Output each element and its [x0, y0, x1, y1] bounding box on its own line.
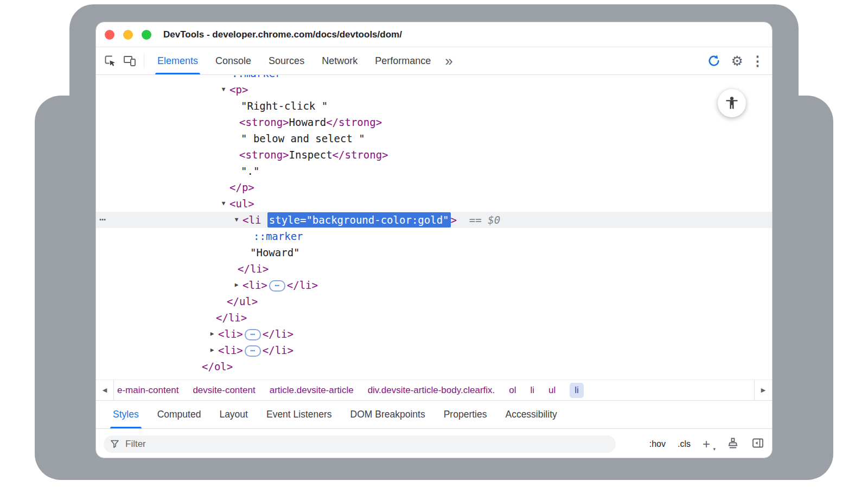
breadcrumb-scroll-right-button[interactable]: ▶ [754, 380, 772, 400]
close-window-button[interactable] [105, 30, 114, 40]
dom-token-pseudo: ::marker [232, 75, 282, 79]
dom-tree-row[interactable]: </p> [96, 179, 772, 195]
toggle-sidebar-button[interactable] [751, 437, 764, 452]
filter-input[interactable] [124, 438, 609, 450]
dom-token-tag: </li> [263, 344, 293, 356]
dom-token-text: "Right-click " [241, 100, 328, 112]
dom-token-tag: </li> [216, 312, 247, 324]
collapse-arrow-icon[interactable]: ▼ [219, 81, 228, 98]
inspect-element-button[interactable] [100, 51, 120, 71]
dom-tree-row[interactable]: "." [96, 163, 772, 179]
dom-token-text: "." [241, 165, 259, 177]
expand-arrow-icon[interactable]: ▶ [207, 326, 217, 342]
breadcrumb-item-div-devsite-article-body-clearfix[interactable]: div.devsite-article-body.clearfix. [368, 385, 495, 396]
plus-caret-icon: ▾ [713, 447, 716, 452]
expand-arrow-icon[interactable]: ▶ [207, 342, 217, 358]
breadcrumb-item-e-main-content[interactable]: e-main-content [117, 385, 178, 396]
plus-icon: + [703, 437, 710, 451]
dom-tree-row[interactable]: <strong>Inspect</strong> [96, 147, 772, 163]
dom-tree-row[interactable]: "Howard" [96, 244, 772, 261]
expand-arrow-icon[interactable]: ▶ [232, 277, 241, 293]
toolbar-separator [144, 54, 144, 68]
tab-elements[interactable]: Elements [149, 47, 207, 74]
styles-tab-layout[interactable]: Layout [210, 401, 257, 428]
dom-tree-row[interactable]: <strong>Howard</strong> [96, 114, 772, 130]
breadcrumb-item-ol[interactable]: ol [509, 385, 516, 396]
toggle-device-toolbar-button[interactable] [120, 51, 139, 71]
dom-tree-row[interactable]: ::marker [96, 75, 772, 81]
breadcrumb-item-article-devsite-article[interactable]: article.devsite-article [270, 385, 354, 396]
styles-tab-properties[interactable]: Properties [435, 401, 496, 428]
collapsed-content-icon[interactable]: ⋯ [269, 280, 285, 292]
dom-token-eq: == [469, 214, 482, 226]
more-tabs-button[interactable]: » [439, 54, 458, 68]
dom-tree-row[interactable]: ▼<p> [96, 81, 772, 98]
dom-token-tag: > [451, 214, 457, 226]
accessibility-button[interactable] [718, 89, 746, 117]
title-bar: DevTools - developer.chrome.com/docs/dev… [96, 22, 772, 47]
dom-tree-row[interactable]: ::marker [96, 228, 772, 244]
breadcrumb-item-devsite-content[interactable]: devsite-content [193, 385, 255, 396]
dom-tree-row[interactable]: ▶<li>⋯</li> [96, 277, 772, 293]
dom-token-text: "Howard" [250, 246, 300, 258]
dom-tree-row[interactable]: </ol> [96, 358, 772, 375]
styles-tab-event-listeners[interactable]: Event Listeners [257, 401, 341, 428]
dom-tree-row[interactable]: ▼<ul> [96, 195, 772, 212]
dom-token-text: " below and select " [241, 132, 365, 144]
new-style-rule-button[interactable]: + ▾ [703, 438, 714, 451]
dom-token-tag: <p> [229, 84, 248, 96]
device-toolbar-icon [123, 54, 137, 67]
dom-tree-row[interactable]: </li> [96, 309, 772, 326]
inspect-cursor-icon [104, 54, 117, 67]
dom-token-tag: </p> [229, 181, 254, 193]
dom-tree-row[interactable]: </ul> [96, 293, 772, 309]
dom-tree-row[interactable]: </li> [96, 261, 772, 277]
dom-token-tag: <li [242, 214, 261, 226]
collapse-arrow-icon[interactable]: ▼ [219, 195, 228, 212]
dom-tree-row[interactable]: " below and select " [96, 130, 772, 147]
toggle-class-button[interactable]: .cls [678, 439, 691, 449]
refresh-devtools-button[interactable] [704, 51, 724, 71]
dom-tree-row-selected[interactable]: ⋯▼<li style="background-color:gold"> == … [96, 212, 772, 228]
devtools-window: DevTools - developer.chrome.com/docs/dev… [95, 22, 773, 458]
dom-tree-row[interactable]: ▶<li>⋯</li> [96, 326, 772, 342]
window-title: DevTools - developer.chrome.com/docs/dev… [163, 29, 402, 40]
dom-token-tag: </li> [287, 279, 318, 291]
toggle-hover-state-button[interactable]: :hov [649, 439, 666, 449]
row-more-actions-icon[interactable]: ⋯ [99, 212, 106, 227]
collapse-arrow-icon[interactable]: ▼ [232, 212, 241, 228]
scroll-right-icon: ▶ [761, 387, 765, 394]
styles-tab-styles[interactable]: Styles [104, 401, 148, 428]
dom-token-text: Howard [289, 116, 327, 128]
filter-pill[interactable] [104, 435, 616, 453]
dom-tree-row[interactable]: ▶<li>⋯</li> [96, 342, 772, 358]
devtools-toolbar: ElementsConsoleSourcesNetworkPerformance… [96, 47, 772, 75]
tab-sources[interactable]: Sources [260, 47, 313, 74]
scroll-left-icon: ◀ [103, 387, 107, 394]
breadcrumb-item-li[interactable]: li [570, 383, 584, 398]
dom-tree-row[interactable]: "Right-click " [96, 98, 772, 114]
dom-token-tag: <li> [218, 328, 243, 340]
styles-tab-accessibility[interactable]: Accessibility [496, 401, 566, 428]
dom-token-tag: <strong> [239, 116, 289, 128]
tab-console[interactable]: Console [207, 47, 260, 74]
kebab-menu-icon[interactable]: ⋮ [751, 54, 764, 68]
breadcrumb-scroll-left-button[interactable]: ◀ [96, 380, 114, 400]
breadcrumb-item-li[interactable]: li [531, 385, 535, 396]
styles-panel-tabs: StylesComputedLayoutEvent ListenersDOM B… [96, 401, 772, 429]
settings-gear-icon[interactable]: ⚙ [731, 54, 743, 68]
collapsed-content-icon[interactable]: ⋯ [245, 329, 261, 340]
stamp-button[interactable] [726, 437, 739, 452]
filter-right-group: :hov .cls + ▾ [649, 437, 764, 452]
styles-tab-computed[interactable]: Computed [148, 401, 210, 428]
dom-token-tag: </strong> [333, 149, 388, 161]
minimize-window-button[interactable] [123, 30, 133, 40]
tab-performance[interactable]: Performance [366, 47, 439, 74]
tab-network[interactable]: Network [313, 47, 366, 74]
toggle-sidebar-icon [751, 437, 764, 450]
breadcrumb-item-ul[interactable]: ul [548, 385, 556, 396]
zoom-window-button[interactable] [142, 30, 151, 40]
collapsed-content-icon[interactable]: ⋯ [245, 345, 261, 357]
filter-funnel-icon [110, 439, 119, 448]
styles-tab-dom-breakpoints[interactable]: DOM Breakpoints [341, 401, 435, 428]
